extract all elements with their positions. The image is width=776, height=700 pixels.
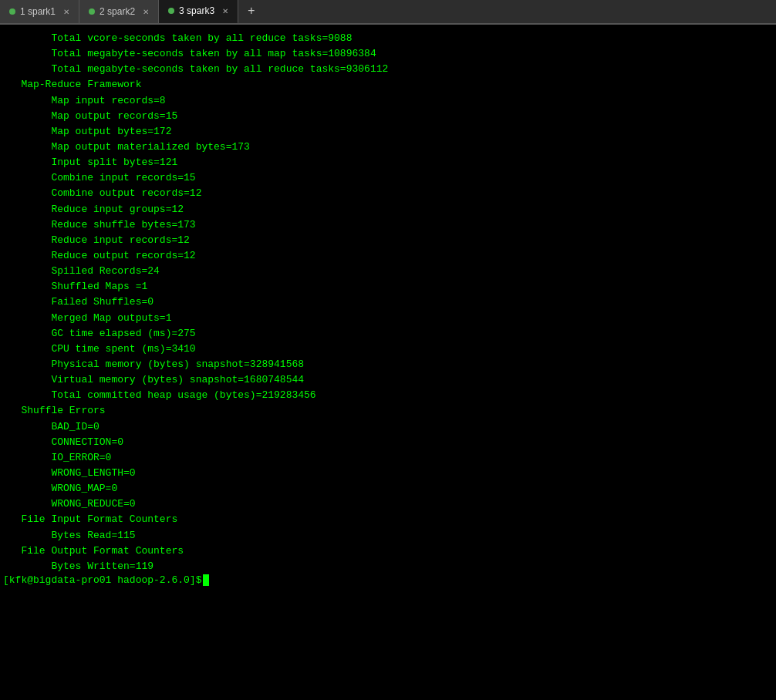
tab-close-1[interactable]: ✕ (63, 8, 69, 16)
prompt-line: [kfk@bigdata-pro01 hadoop-2.6.0]$ (3, 574, 773, 586)
tab-label-3: 3 spark3 (179, 5, 214, 16)
terminal: Total vcore-seconds taken by all reduce … (0, 25, 776, 700)
tab-close-2[interactable]: ✕ (143, 8, 149, 16)
tab-dot-2 (89, 8, 95, 15)
tab-label-2: 2 spark2 (100, 6, 135, 17)
tab-spark2[interactable]: 2 spark2 ✕ (79, 0, 159, 24)
tab-spark3[interactable]: 3 spark3 ✕ (159, 0, 238, 24)
tab-spark1[interactable]: 1 spark1 ✕ (0, 0, 79, 24)
tab-dot-1 (9, 8, 15, 15)
tab-close-3[interactable]: ✕ (222, 7, 228, 15)
tab-bar: 1 spark1 ✕ 2 spark2 ✕ 3 spark3 ✕ + (0, 0, 776, 25)
prompt-text: [kfk@bigdata-pro01 hadoop-2.6.0]$ (3, 574, 201, 586)
cursor (203, 574, 209, 586)
terminal-output: Total vcore-seconds taken by all reduce … (3, 31, 773, 574)
tab-add-button[interactable]: + (238, 0, 265, 24)
tab-dot-3 (168, 8, 174, 14)
tab-label-1: 1 spark1 (20, 6, 56, 17)
